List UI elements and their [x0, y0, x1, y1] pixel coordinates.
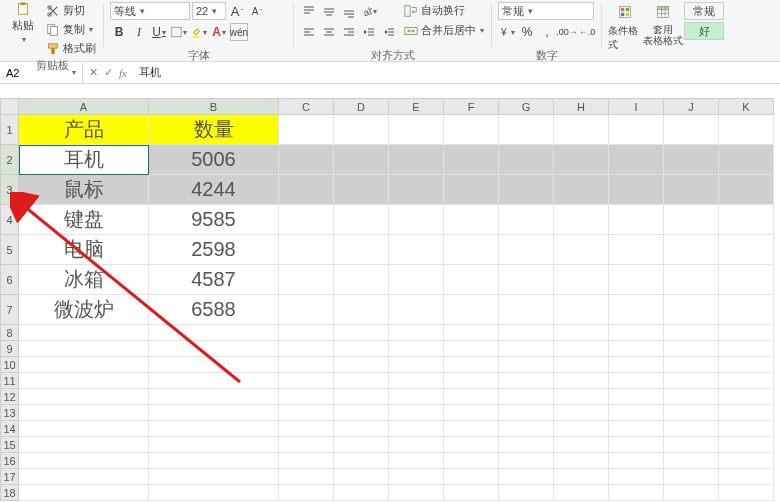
cell[interactable]	[609, 265, 664, 295]
cell[interactable]	[499, 235, 554, 265]
orientation-button[interactable]: ab▾	[360, 2, 378, 20]
cell[interactable]	[719, 115, 774, 145]
row-header[interactable]: 17	[1, 469, 19, 485]
cell[interactable]	[499, 373, 554, 389]
cell[interactable]	[389, 295, 444, 325]
cell[interactable]	[444, 235, 499, 265]
cell[interactable]	[279, 405, 334, 421]
cell[interactable]	[664, 485, 719, 501]
row-header[interactable]: 10	[1, 357, 19, 373]
cell[interactable]	[334, 357, 389, 373]
format-painter-button[interactable]: 格式刷	[44, 40, 98, 57]
row-header[interactable]: 7	[1, 295, 19, 325]
cell[interactable]	[719, 295, 774, 325]
fill-color-button[interactable]: ▾	[190, 23, 208, 41]
cell[interactable]	[334, 453, 389, 469]
confirm-icon[interactable]: ✓	[104, 66, 113, 79]
cell[interactable]	[609, 205, 664, 235]
cell[interactable]	[19, 389, 149, 405]
cell[interactable]	[554, 437, 609, 453]
col-header[interactable]: D	[334, 99, 389, 115]
cell[interactable]	[19, 373, 149, 389]
align-middle-button[interactable]	[320, 2, 338, 20]
cell[interactable]	[389, 485, 444, 501]
percent-button[interactable]: %	[518, 23, 536, 41]
cell[interactable]	[554, 205, 609, 235]
cell[interactable]	[279, 373, 334, 389]
cell[interactable]	[279, 205, 334, 235]
cell[interactable]	[664, 405, 719, 421]
cell[interactable]	[19, 437, 149, 453]
cell[interactable]	[609, 453, 664, 469]
cell[interactable]	[609, 421, 664, 437]
cell[interactable]	[149, 373, 279, 389]
cell[interactable]: 数量	[149, 115, 279, 145]
cell[interactable]	[499, 469, 554, 485]
cell[interactable]	[554, 389, 609, 405]
row-header[interactable]: 12	[1, 389, 19, 405]
cell[interactable]	[444, 469, 499, 485]
cell[interactable]	[389, 265, 444, 295]
cell[interactable]	[334, 115, 389, 145]
col-header[interactable]: A	[19, 99, 149, 115]
cell[interactable]	[444, 405, 499, 421]
cell[interactable]	[609, 437, 664, 453]
decrease-decimal-button[interactable]: ←.0	[578, 23, 596, 41]
cell[interactable]	[279, 341, 334, 357]
cell[interactable]	[334, 405, 389, 421]
font-size-select[interactable]: 22▾	[192, 2, 226, 20]
cell[interactable]	[554, 235, 609, 265]
cell[interactable]	[664, 437, 719, 453]
cell[interactable]: 4244	[149, 175, 279, 205]
cell[interactable]	[499, 295, 554, 325]
col-header[interactable]: J	[664, 99, 719, 115]
cell[interactable]: 2598	[149, 235, 279, 265]
cell[interactable]	[444, 341, 499, 357]
cell[interactable]	[444, 325, 499, 341]
cell[interactable]	[499, 325, 554, 341]
cell[interactable]	[149, 341, 279, 357]
cell[interactable]	[389, 357, 444, 373]
cell[interactable]	[719, 437, 774, 453]
cell[interactable]	[499, 421, 554, 437]
cut-button[interactable]: 剪切	[44, 2, 98, 19]
cell[interactable]	[279, 115, 334, 145]
align-center-button[interactable]	[320, 23, 338, 41]
cell[interactable]	[499, 265, 554, 295]
decrease-indent-button[interactable]	[360, 23, 378, 41]
cell[interactable]: 键盘	[19, 205, 149, 235]
cell[interactable]	[719, 265, 774, 295]
row-header[interactable]: 14	[1, 421, 19, 437]
cell[interactable]	[664, 145, 719, 175]
row-header[interactable]: 18	[1, 485, 19, 501]
cell[interactable]	[389, 205, 444, 235]
cell[interactable]	[19, 469, 149, 485]
font-name-select[interactable]: 等线▾	[110, 2, 190, 20]
cell[interactable]	[499, 341, 554, 357]
cell[interactable]	[279, 357, 334, 373]
cell[interactable]	[19, 485, 149, 501]
cell[interactable]	[19, 405, 149, 421]
cell[interactable]	[444, 295, 499, 325]
cell[interactable]	[389, 453, 444, 469]
wrap-text-button[interactable]: 自动换行	[402, 2, 486, 19]
conditional-format-button[interactable]: 条件格式	[608, 2, 642, 52]
cell-style-good[interactable]: 好	[684, 22, 724, 40]
cell[interactable]	[719, 421, 774, 437]
cell[interactable]	[554, 469, 609, 485]
cell[interactable]	[554, 295, 609, 325]
cell[interactable]	[499, 485, 554, 501]
border-button[interactable]: ▾	[170, 23, 188, 41]
row-header[interactable]: 4	[1, 205, 19, 235]
copy-button[interactable]: 复制▾	[44, 21, 98, 38]
cell[interactable]	[664, 175, 719, 205]
row-header[interactable]: 11	[1, 373, 19, 389]
cell[interactable]	[389, 115, 444, 145]
align-left-button[interactable]	[300, 23, 318, 41]
cell[interactable]	[554, 357, 609, 373]
cell[interactable]	[609, 145, 664, 175]
cell[interactable]	[719, 175, 774, 205]
cell[interactable]	[279, 421, 334, 437]
cell[interactable]	[499, 389, 554, 405]
cell[interactable]	[554, 341, 609, 357]
